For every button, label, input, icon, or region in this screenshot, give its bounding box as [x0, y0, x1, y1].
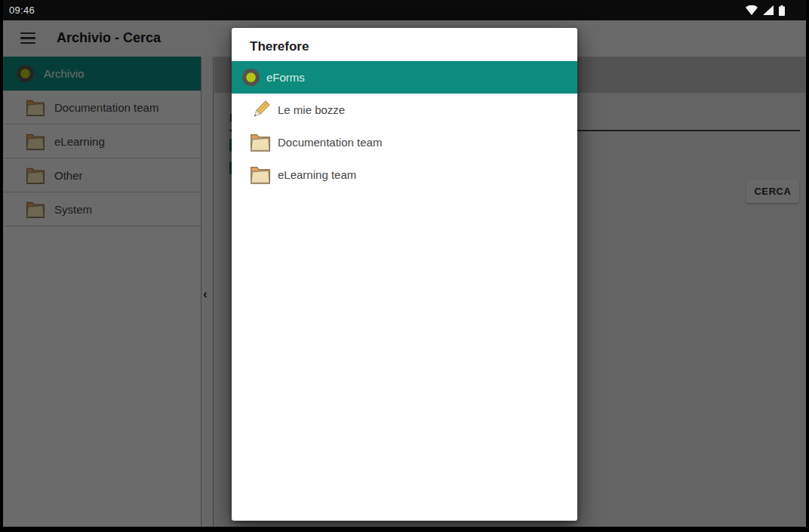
cellular-signal-icon	[763, 5, 774, 15]
dialog-item-documentation-team[interactable]: Documentation team	[232, 126, 577, 158]
screen: 09:46 Archivio - Cerca Archivio	[3, 0, 806, 527]
dialog-item-label: eForms	[266, 71, 305, 84]
status-icons	[746, 5, 785, 16]
folder-icon	[249, 131, 272, 154]
folder-icon	[249, 164, 272, 186]
category-picker-dialog: Therefore eForms Le mie bozze	[232, 28, 577, 521]
dialog-item-eforms[interactable]: eForms	[232, 61, 577, 94]
status-clock: 09:46	[9, 5, 35, 16]
pencil-icon	[249, 99, 272, 121]
dialog-item-label: eLearning team	[278, 168, 356, 181]
device-frame: 09:46 Archivio - Cerca Archivio	[0, 0, 809, 532]
wifi-icon	[746, 5, 758, 15]
status-bar: 09:46	[3, 0, 806, 20]
dialog-item-le-mie-bozze[interactable]: Le mie bozze	[232, 94, 577, 126]
dialog-item-label: Documentation team	[278, 136, 382, 149]
category-circle-icon	[239, 66, 262, 89]
dialog-title: Therefore	[232, 28, 577, 61]
dialog-item-label: Le mie bozze	[278, 103, 345, 116]
battery-icon	[779, 5, 785, 16]
dialog-item-elearning-team[interactable]: eLearning team	[232, 158, 577, 191]
